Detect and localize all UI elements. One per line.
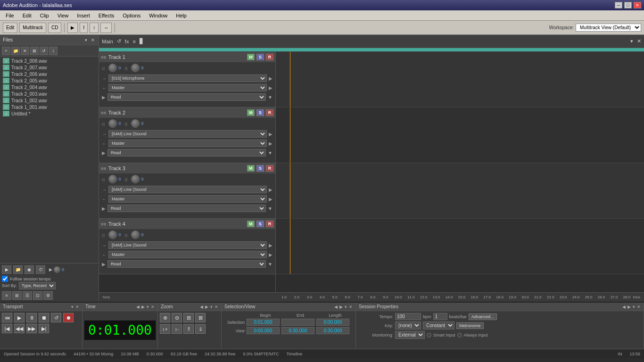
- files-new-btn[interactable]: +: [2, 47, 10, 55]
- track-4-input-expand[interactable]: ▶: [269, 243, 272, 248]
- zoom-in-h-btn[interactable]: ⊕: [160, 313, 170, 322]
- menu-edit[interactable]: Edit: [19, 12, 35, 19]
- menu-insert[interactable]: Insert: [73, 12, 94, 19]
- zoom-in-sel-btn[interactable]: ⊞: [183, 313, 194, 322]
- track-1-input-expand[interactable]: ▶: [269, 76, 272, 81]
- zoom-full-btn[interactable]: ⊠: [195, 313, 206, 322]
- cursor-tool-button[interactable]: I: [80, 23, 88, 33]
- selection-end-input[interactable]: [281, 319, 314, 326]
- track-3-pan-val[interactable]: 0: [141, 177, 143, 181]
- session-options-btn[interactable]: ▾: [633, 304, 635, 309]
- transport-record-btn[interactable]: ⏺: [63, 313, 74, 322]
- sort-select[interactable]: Type, Recent: [19, 282, 56, 289]
- track-2-solo-btn[interactable]: S: [256, 109, 264, 116]
- follow-session-check[interactable]: Follow session tempo: [2, 276, 97, 282]
- menu-clip[interactable]: Clip: [36, 12, 53, 19]
- track-4-record-btn[interactable]: R: [266, 221, 273, 227]
- transport-ff-btn[interactable]: ▶▶: [26, 324, 37, 333]
- file-item-2[interactable]: ♪ Track 2_006.wav: [1, 71, 98, 77]
- track-1-drag-mid[interactable]: |||: [124, 66, 127, 70]
- monitoring-select[interactable]: External: [395, 331, 425, 339]
- track-3-mode-left[interactable]: ▶: [102, 206, 106, 211]
- track-1-vol-knob[interactable]: [108, 64, 117, 72]
- track-2-output-select[interactable]: Master: [108, 140, 267, 147]
- track-1-pan-val[interactable]: 0: [141, 66, 143, 70]
- menu-effects[interactable]: Effects: [95, 12, 118, 19]
- track-4-drag-left[interactable]: |||: [102, 233, 105, 237]
- meters-icon[interactable]: ▊: [140, 38, 143, 44]
- files-list-view-btn[interactable]: ≡: [2, 291, 11, 300]
- track-3-output-expand[interactable]: ▶: [269, 197, 272, 202]
- files-icon-view-btn[interactable]: ⊡: [33, 291, 42, 300]
- view-end-input[interactable]: [281, 327, 314, 334]
- menu-window[interactable]: Window: [145, 12, 171, 19]
- files-close-btn[interactable]: ✕: [21, 47, 29, 55]
- files-detail-view-btn[interactable]: ☰: [23, 291, 32, 300]
- zoom-close-btn[interactable]: ✕: [215, 304, 218, 309]
- track-2-mode-select[interactable]: Read: [107, 149, 266, 156]
- maximize-button[interactable]: □: [624, 2, 632, 8]
- mixer-icon[interactable]: ≡: [132, 39, 135, 44]
- menu-help[interactable]: Help: [172, 12, 190, 19]
- track-2-record-btn[interactable]: R: [266, 109, 273, 116]
- track-2-lane[interactable]: [276, 107, 644, 163]
- track-1-vol-val[interactable]: 0: [118, 66, 121, 70]
- selection-prev-btn[interactable]: ◀: [334, 304, 338, 309]
- view-length-input[interactable]: [316, 327, 349, 334]
- smart-input-radio[interactable]: [427, 333, 431, 337]
- zoom-out-v-btn[interactable]: ↕-: [172, 324, 182, 334]
- beats-per-bar-input[interactable]: [433, 313, 447, 320]
- track-2-mode-left[interactable]: ▶: [102, 150, 106, 156]
- track-1-mute-btn[interactable]: M: [247, 54, 255, 60]
- track-3-solo-btn[interactable]: S: [256, 165, 264, 172]
- zoom-prev-btn[interactable]: ◀: [200, 304, 203, 309]
- transport-prev-btn[interactable]: |◀: [2, 324, 12, 333]
- track-3-mute-btn[interactable]: M: [247, 165, 255, 172]
- panel-close-icon[interactable]: ✕: [637, 38, 641, 44]
- play-toolbar-button[interactable]: ▶: [67, 23, 78, 33]
- file-item-7[interactable]: ♪ Track 1_001.wav: [1, 104, 98, 110]
- files-loop-btn[interactable]: ↺: [40, 47, 48, 55]
- transport-rewind-btn[interactable]: ◀◀: [14, 324, 25, 333]
- file-item-6[interactable]: ♪ Track 1_002.wav: [1, 97, 98, 104]
- track-2-mute-btn[interactable]: M: [247, 109, 255, 116]
- time-options-btn[interactable]: ▾: [147, 304, 149, 309]
- key-select[interactable]: (none): [395, 321, 421, 329]
- track-3-record-btn[interactable]: R: [266, 165, 273, 172]
- track-3-mode-expand[interactable]: ▼: [268, 206, 272, 211]
- transport-next-btn[interactable]: ▶|: [39, 324, 49, 333]
- track-2-mode-expand[interactable]: ▼: [268, 150, 272, 156]
- track-3-drag-left[interactable]: |||: [102, 177, 105, 181]
- close-button[interactable]: ✕: [634, 2, 641, 8]
- track-4-drag-mid[interactable]: |||: [124, 233, 127, 237]
- track-4-input-select[interactable]: [04M] Line (Sound: [108, 241, 267, 249]
- tempo-input[interactable]: [395, 313, 421, 320]
- metronome-button[interactable]: Metronome: [456, 322, 484, 329]
- file-item-8[interactable]: ♪ Untitled *: [1, 110, 98, 117]
- zoom-out-v2-btn[interactable]: ⇓: [195, 324, 206, 334]
- files-info-btn[interactable]: i: [49, 47, 58, 55]
- transport-goto-start-btn[interactable]: ⏮: [2, 313, 12, 322]
- panel-options-icon[interactable]: ▾: [630, 38, 633, 44]
- always-input-radio[interactable]: [457, 333, 462, 337]
- track-4-vol-val[interactable]: 0: [118, 232, 121, 237]
- minimize-button[interactable]: ─: [615, 2, 622, 8]
- transport-close-btn[interactable]: ✕: [75, 304, 79, 309]
- loop-icon[interactable]: ↺: [117, 38, 121, 44]
- zoom-in-v2-btn[interactable]: ⇑: [183, 324, 194, 334]
- track-4-pan-knob[interactable]: [131, 230, 140, 239]
- track-1-mode-left[interactable]: ▶: [102, 95, 106, 100]
- track-1-lane[interactable]: [276, 52, 644, 107]
- files-option-btn[interactable]: ⚙: [43, 291, 53, 300]
- transport-play-btn[interactable]: ▶: [14, 313, 25, 322]
- track-2-vol-knob[interactable]: [108, 119, 117, 128]
- session-close-btn[interactable]: ✕: [637, 304, 641, 309]
- advanced-button[interactable]: Advanced...: [469, 313, 497, 320]
- menu-options[interactable]: Options: [119, 12, 144, 19]
- track-4-pan-val[interactable]: 0: [141, 232, 143, 237]
- track-1-drag-left[interactable]: |||: [102, 66, 105, 70]
- track-3-drag-mid[interactable]: |||: [124, 177, 127, 181]
- files-clock-btn[interactable]: ⏱: [36, 265, 45, 274]
- selection-close-btn[interactable]: ✕: [349, 304, 353, 309]
- track-1-output-expand[interactable]: ▶: [269, 85, 272, 90]
